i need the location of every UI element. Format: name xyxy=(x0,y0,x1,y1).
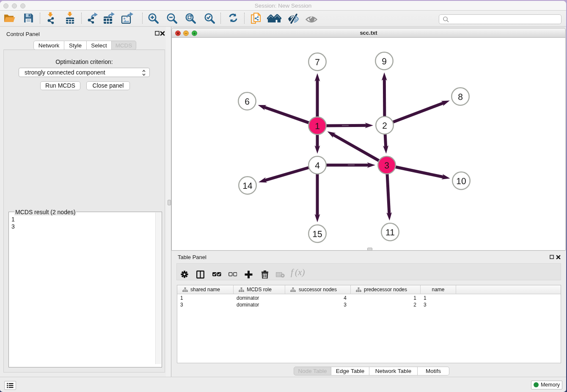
svg-text:7: 7 xyxy=(315,58,320,67)
svg-text:10: 10 xyxy=(456,177,466,186)
svg-text:14: 14 xyxy=(242,181,253,191)
svg-text:11: 11 xyxy=(385,228,395,237)
svg-text:9: 9 xyxy=(382,57,387,66)
svg-text:15: 15 xyxy=(312,229,322,239)
svg-text:2: 2 xyxy=(382,121,387,131)
svg-text:4: 4 xyxy=(315,161,320,171)
svg-text:6: 6 xyxy=(245,97,250,107)
svg-text:3: 3 xyxy=(384,161,389,171)
svg-text:1: 1 xyxy=(315,121,320,131)
svg-text:8: 8 xyxy=(458,92,463,102)
